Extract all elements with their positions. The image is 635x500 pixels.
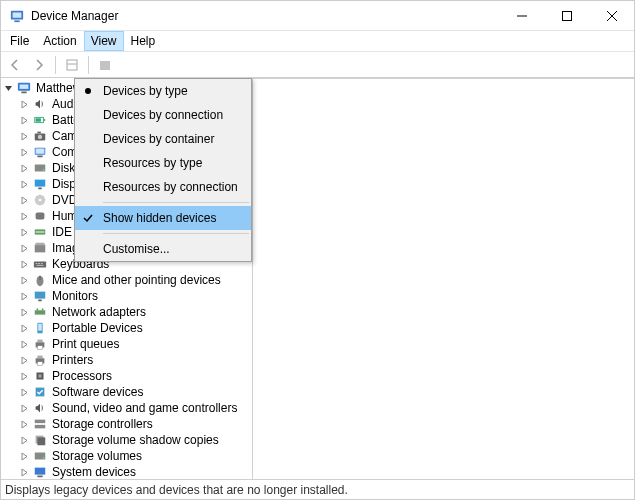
tree-item-label: System devices xyxy=(52,465,136,479)
disk-icon xyxy=(32,160,48,176)
menu-label: Resources by connection xyxy=(101,180,238,194)
tree-item[interactable]: System devices xyxy=(1,464,252,479)
forward-button[interactable] xyxy=(28,54,50,76)
svg-rect-33 xyxy=(34,261,46,267)
toolbar-separator xyxy=(55,56,56,74)
expand-icon[interactable] xyxy=(19,432,30,448)
maximize-button[interactable] xyxy=(544,1,589,30)
cpu-icon xyxy=(32,368,48,384)
menu-label: Devices by container xyxy=(101,132,214,146)
menu-label: Resources by type xyxy=(101,156,202,170)
expand-icon[interactable] xyxy=(19,192,30,208)
printer-icon xyxy=(32,336,48,352)
ide-icon xyxy=(32,224,48,240)
speaker-icon xyxy=(32,400,48,416)
svg-rect-18 xyxy=(37,132,41,134)
tree-item-label: Portable Devices xyxy=(52,321,143,335)
view-show-hidden[interactable]: Show hidden devices xyxy=(75,206,251,230)
tree-item[interactable]: Storage volume shadow copies xyxy=(1,432,252,448)
expand-icon[interactable] xyxy=(19,448,30,464)
expand-icon[interactable] xyxy=(19,128,30,144)
expand-icon[interactable] xyxy=(19,176,30,192)
view-resources-by-type[interactable]: Resources by type xyxy=(75,151,251,175)
expand-icon[interactable] xyxy=(19,416,30,432)
svg-rect-42 xyxy=(35,310,46,314)
expand-icon[interactable] xyxy=(19,304,30,320)
tree-item-label: Printers xyxy=(52,353,93,367)
dvd-icon xyxy=(32,192,48,208)
tree-item[interactable]: Sound, video and game controllers xyxy=(1,400,252,416)
svg-rect-48 xyxy=(37,340,42,343)
toolbar-button[interactable] xyxy=(61,54,83,76)
tree-item[interactable]: Storage controllers xyxy=(1,416,252,432)
menu-separator xyxy=(103,202,249,203)
tree-item[interactable]: Storage volumes xyxy=(1,448,252,464)
svg-rect-14 xyxy=(44,119,46,121)
portable-icon xyxy=(32,320,48,336)
window-buttons xyxy=(499,1,634,30)
view-devices-by-connection[interactable]: Devices by connection xyxy=(75,103,251,127)
tree-item[interactable]: Printers xyxy=(1,352,252,368)
expand-icon[interactable] xyxy=(19,384,30,400)
expand-icon[interactable] xyxy=(19,288,30,304)
toolbar-button[interactable] xyxy=(94,54,116,76)
tree-item[interactable]: Network adapters xyxy=(1,304,252,320)
expand-icon[interactable] xyxy=(19,320,30,336)
network-icon xyxy=(32,304,48,320)
printer-icon xyxy=(32,352,48,368)
software-icon xyxy=(32,384,48,400)
menu-view[interactable]: View xyxy=(84,31,124,51)
svg-rect-54 xyxy=(38,374,42,378)
menu-help[interactable]: Help xyxy=(124,31,163,51)
svg-rect-37 xyxy=(37,265,44,266)
expand-icon[interactable] xyxy=(19,112,30,128)
collapse-icon[interactable] xyxy=(3,80,14,96)
expand-icon[interactable] xyxy=(19,256,30,272)
expand-icon[interactable] xyxy=(19,400,30,416)
storage-icon xyxy=(32,416,48,432)
svg-rect-32 xyxy=(36,243,45,246)
expand-icon[interactable] xyxy=(19,208,30,224)
tree-item-label: Sound, video and game controllers xyxy=(52,401,237,415)
expand-icon[interactable] xyxy=(19,352,30,368)
expand-icon[interactable] xyxy=(19,336,30,352)
svg-rect-28 xyxy=(36,213,45,220)
view-devices-by-container[interactable]: Devices by container xyxy=(75,127,251,151)
expand-icon[interactable] xyxy=(19,368,30,384)
menu-file[interactable]: File xyxy=(3,31,36,51)
camera-icon xyxy=(32,128,48,144)
expand-icon[interactable] xyxy=(19,240,30,256)
tree-item[interactable]: Processors xyxy=(1,368,252,384)
keyboard-icon xyxy=(32,256,48,272)
view-resources-by-connection[interactable]: Resources by connection xyxy=(75,175,251,199)
expand-icon[interactable] xyxy=(19,160,30,176)
imaging-icon xyxy=(32,240,48,256)
tree-item[interactable]: Print queues xyxy=(1,336,252,352)
tree-item-label: Processors xyxy=(52,369,112,383)
expand-icon[interactable] xyxy=(19,224,30,240)
close-button[interactable] xyxy=(589,1,634,30)
view-devices-by-type[interactable]: Devices by type xyxy=(75,79,251,103)
minimize-button[interactable] xyxy=(499,1,544,30)
tree-item-label: Monitors xyxy=(52,289,98,303)
expand-icon[interactable] xyxy=(19,144,30,160)
expand-icon[interactable] xyxy=(19,96,30,112)
tree-item[interactable]: Portable Devices xyxy=(1,320,252,336)
content-area: Matthew AudBatteCamComDiskDispDVDHuman I… xyxy=(1,78,634,479)
view-menu-popup: Devices by type Devices by connection De… xyxy=(74,78,252,262)
speaker-icon xyxy=(32,96,48,112)
tree-item[interactable]: Software devices xyxy=(1,384,252,400)
svg-rect-52 xyxy=(37,362,42,366)
tree-item[interactable]: Mice and other pointing devices xyxy=(1,272,252,288)
back-button[interactable] xyxy=(4,54,26,76)
toolbar xyxy=(1,52,634,78)
menu-label: Show hidden devices xyxy=(101,211,216,225)
svg-rect-41 xyxy=(38,300,42,302)
menu-action[interactable]: Action xyxy=(36,31,83,51)
svg-rect-2 xyxy=(14,20,19,22)
expand-icon[interactable] xyxy=(19,272,30,288)
window-title: Device Manager xyxy=(31,9,499,23)
tree-item[interactable]: Monitors xyxy=(1,288,252,304)
view-customise[interactable]: Customise... xyxy=(75,237,251,261)
expand-icon[interactable] xyxy=(19,464,30,479)
